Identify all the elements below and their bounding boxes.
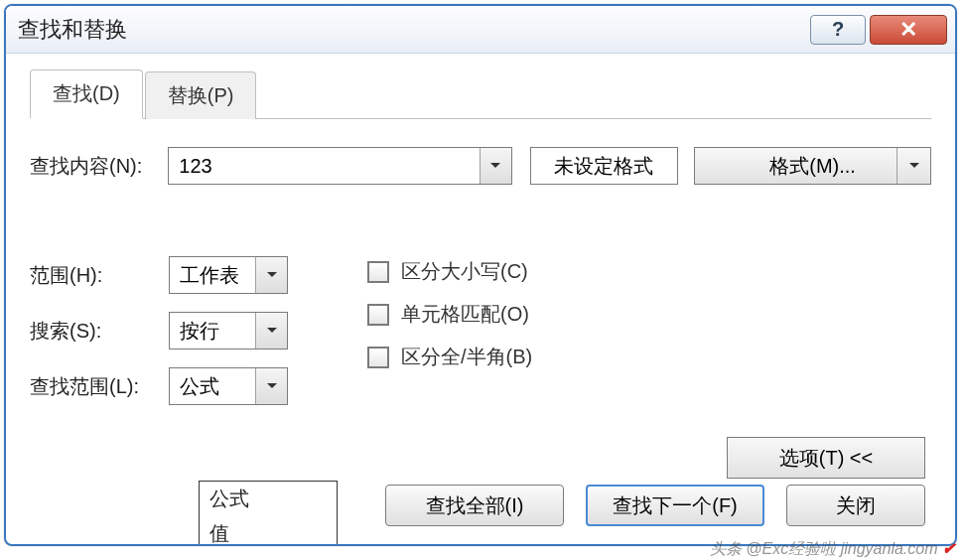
find-all-label: 查找全部(I)	[426, 492, 524, 519]
dialog-body: 查找(D) 替换(P) 查找内容(N): 123 未设定格式 格式(M)...	[6, 54, 955, 544]
match-cell-label: 单元格匹配(O)	[401, 301, 529, 328]
chevron-down-icon	[266, 271, 278, 279]
format-status-text: 未设定格式	[554, 153, 653, 180]
find-replace-dialog: 查找和替换 ? ✕ 查找(D) 替换(P) 查找内容(N): 123	[4, 4, 957, 546]
chevron-down-icon	[266, 382, 278, 390]
match-width-checkbox[interactable]: 区分全/半角(B)	[367, 344, 931, 370]
search-value: 按行	[170, 313, 255, 349]
lookin-option-formula[interactable]: 公式	[200, 482, 337, 516]
close-label: 关闭	[836, 492, 876, 519]
match-case-checkbox[interactable]: 区分大小写(C)	[367, 258, 931, 285]
format-button-split[interactable]	[896, 148, 930, 184]
options-toggle-label: 选项(T) <<	[779, 445, 873, 472]
help-icon: ?	[832, 18, 844, 41]
find-all-button[interactable]: 查找全部(I)	[385, 485, 564, 526]
chevron-down-icon	[266, 327, 278, 335]
chevron-down-icon	[489, 162, 501, 170]
scope-dropdown-button[interactable]	[255, 257, 287, 293]
tab-replace[interactable]: 替换(P)	[145, 71, 257, 119]
tab-find-label: 查找(D)	[53, 82, 120, 104]
lookin-dropdown-button[interactable]	[255, 368, 287, 404]
lookin-dropdown-popup: 公式 值 批注	[199, 481, 338, 546]
check-icon: ✔	[942, 540, 955, 557]
checkbox-box	[367, 304, 389, 326]
options-area: 范围(H): 工作表 搜索(S): 按行	[30, 256, 931, 423]
titlebar[interactable]: 查找和替换 ? ✕	[6, 6, 955, 54]
tab-strip: 查找(D) 替换(P)	[30, 71, 931, 119]
format-button-label: 格式(M)...	[769, 153, 856, 180]
format-status: 未设定格式	[530, 147, 678, 185]
chevron-down-icon	[908, 162, 920, 170]
lookin-row: 查找范围(L): 公式	[30, 367, 367, 405]
scope-label: 范围(H):	[30, 262, 169, 289]
tab-replace-label: 替换(P)	[168, 84, 234, 106]
find-content-value: 123	[169, 148, 479, 184]
match-width-label: 区分全/半角(B)	[401, 344, 532, 370]
watermark: 头条 @Exc经验啦 jingyanla.com ✔	[710, 539, 955, 560]
search-label: 搜索(S):	[30, 318, 169, 345]
lookin-select[interactable]: 公式	[169, 367, 288, 405]
find-content-input[interactable]: 123	[168, 147, 511, 185]
options-toggle-button[interactable]: 选项(T) <<	[727, 437, 925, 479]
close-icon: ✕	[899, 17, 917, 43]
tab-find[interactable]: 查找(D)	[30, 70, 143, 119]
close-button[interactable]: 关闭	[786, 485, 925, 526]
scope-value: 工作表	[170, 257, 255, 293]
lookin-option-value[interactable]: 值	[200, 516, 337, 546]
checkbox-box	[367, 347, 389, 368]
watermark-text: 头条 @Exc经验啦 jingyanla.com	[710, 540, 938, 557]
lookin-value: 公式	[170, 368, 255, 404]
checkbox-box	[367, 261, 389, 283]
scope-row: 范围(H): 工作表	[30, 256, 367, 294]
options-left: 范围(H): 工作表 搜索(S): 按行	[30, 256, 367, 423]
find-content-dropdown-button[interactable]	[480, 148, 511, 184]
search-dropdown-button[interactable]	[255, 313, 287, 349]
match-cell-checkbox[interactable]: 单元格匹配(O)	[367, 301, 931, 328]
find-next-button[interactable]: 查找下一个(F)	[586, 485, 764, 526]
format-button[interactable]: 格式(M)...	[694, 147, 931, 185]
find-content-row: 查找内容(N): 123 未设定格式 格式(M)...	[30, 147, 931, 185]
find-content-label: 查找内容(N):	[30, 153, 168, 180]
dialog-button-row: 查找全部(I) 查找下一个(F) 关闭	[385, 485, 925, 526]
scope-select[interactable]: 工作表	[169, 256, 288, 294]
window-close-button[interactable]: ✕	[870, 15, 947, 45]
help-button[interactable]: ?	[810, 15, 866, 45]
match-case-label: 区分大小写(C)	[401, 258, 528, 285]
options-middle: 区分大小写(C) 单元格匹配(O) 区分全/半角(B)	[367, 256, 931, 423]
find-next-label: 查找下一个(F)	[613, 492, 738, 519]
search-select[interactable]: 按行	[169, 312, 288, 350]
dialog-title: 查找和替换	[18, 15, 806, 45]
lookin-label: 查找范围(L):	[30, 373, 169, 400]
search-row: 搜索(S): 按行	[30, 312, 367, 350]
